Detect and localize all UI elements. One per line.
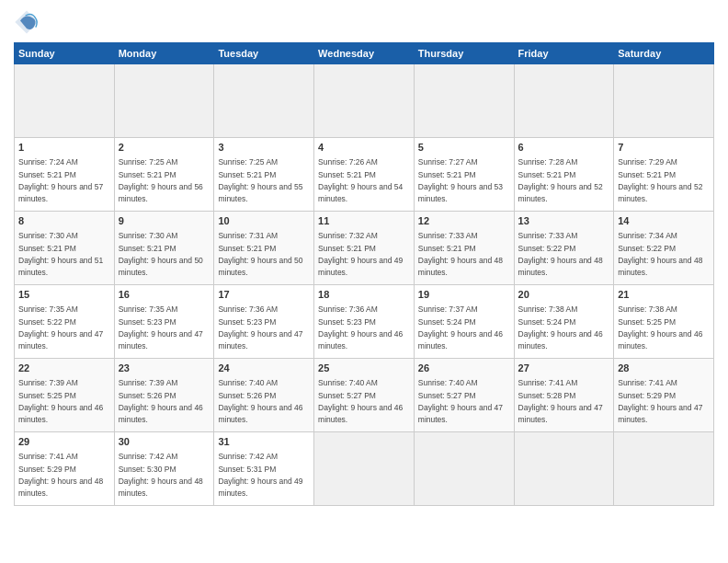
header bbox=[14, 9, 714, 35]
table-row: 1 Sunrise: 7:24 AMSunset: 5:21 PMDayligh… bbox=[15, 138, 115, 212]
col-thursday: Thursday bbox=[414, 43, 514, 64]
day-number: 6 bbox=[518, 141, 610, 155]
day-number: 27 bbox=[518, 362, 610, 375]
day-number: 13 bbox=[518, 214, 610, 228]
table-row bbox=[614, 432, 714, 506]
table-row: 18 Sunrise: 7:36 AMSunset: 5:23 PMDaylig… bbox=[314, 285, 415, 359]
day-info: Sunrise: 7:41 AMSunset: 5:29 PMDaylight:… bbox=[18, 452, 103, 498]
table-row: 22 Sunrise: 7:39 AMSunset: 5:25 PMDaylig… bbox=[15, 359, 115, 432]
table-row: 26 Sunrise: 7:40 AMSunset: 5:27 PMDaylig… bbox=[414, 359, 514, 432]
day-number: 29 bbox=[18, 435, 110, 449]
day-info: Sunrise: 7:40 AMSunset: 5:27 PMDaylight:… bbox=[418, 378, 503, 424]
day-info: Sunrise: 7:38 AMSunset: 5:24 PMDaylight:… bbox=[518, 304, 603, 350]
day-number: 5 bbox=[418, 141, 510, 155]
table-row: 15 Sunrise: 7:35 AMSunset: 5:22 PMDaylig… bbox=[15, 285, 115, 359]
logo bbox=[14, 9, 43, 35]
day-number: 2 bbox=[119, 141, 210, 155]
table-row: 23 Sunrise: 7:39 AMSunset: 5:26 PMDaylig… bbox=[114, 359, 214, 432]
table-row: 16 Sunrise: 7:35 AMSunset: 5:23 PMDaylig… bbox=[114, 285, 214, 359]
table-row: 3 Sunrise: 7:25 AMSunset: 5:21 PMDayligh… bbox=[214, 138, 314, 212]
table-row: 2 Sunrise: 7:25 AMSunset: 5:21 PMDayligh… bbox=[114, 138, 214, 212]
table-row: 12 Sunrise: 7:33 AMSunset: 5:21 PMDaylig… bbox=[414, 212, 514, 285]
day-info: Sunrise: 7:41 AMSunset: 5:29 PMDaylight:… bbox=[618, 378, 702, 424]
table-row bbox=[614, 64, 714, 138]
table-row: 5 Sunrise: 7:27 AMSunset: 5:21 PMDayligh… bbox=[414, 138, 514, 212]
day-number: 22 bbox=[18, 362, 110, 375]
table-row bbox=[314, 64, 415, 138]
table-row bbox=[414, 432, 514, 506]
table-row: 19 Sunrise: 7:37 AMSunset: 5:24 PMDaylig… bbox=[414, 285, 514, 359]
calendar-week-row: 15 Sunrise: 7:35 AMSunset: 5:22 PMDaylig… bbox=[15, 285, 714, 359]
table-row: 6 Sunrise: 7:28 AMSunset: 5:21 PMDayligh… bbox=[514, 138, 614, 212]
day-info: Sunrise: 7:35 AMSunset: 5:23 PMDaylight:… bbox=[119, 304, 203, 350]
table-row: 9 Sunrise: 7:30 AMSunset: 5:21 PMDayligh… bbox=[114, 212, 214, 285]
calendar-header-row: Sunday Monday Tuesday Wednesday Thursday… bbox=[15, 43, 714, 64]
day-number: 18 bbox=[318, 288, 410, 302]
day-info: Sunrise: 7:37 AMSunset: 5:24 PMDaylight:… bbox=[418, 304, 503, 350]
table-row: 14 Sunrise: 7:34 AMSunset: 5:22 PMDaylig… bbox=[614, 212, 714, 285]
day-info: Sunrise: 7:28 AMSunset: 5:21 PMDaylight:… bbox=[518, 157, 603, 203]
day-number: 28 bbox=[618, 362, 710, 375]
day-info: Sunrise: 7:34 AMSunset: 5:22 PMDaylight:… bbox=[618, 231, 702, 277]
table-row bbox=[114, 64, 214, 138]
table-row bbox=[514, 432, 614, 506]
day-number: 20 bbox=[518, 288, 610, 302]
day-number: 25 bbox=[318, 362, 410, 375]
logo-icon bbox=[14, 9, 40, 35]
table-row: 13 Sunrise: 7:33 AMSunset: 5:22 PMDaylig… bbox=[514, 212, 614, 285]
day-number: 3 bbox=[218, 141, 310, 155]
table-row: 29 Sunrise: 7:41 AMSunset: 5:29 PMDaylig… bbox=[15, 432, 115, 506]
day-number: 26 bbox=[418, 362, 510, 375]
table-row: 8 Sunrise: 7:30 AMSunset: 5:21 PMDayligh… bbox=[15, 212, 115, 285]
day-info: Sunrise: 7:29 AMSunset: 5:21 PMDaylight:… bbox=[618, 157, 702, 203]
page: Sunday Monday Tuesday Wednesday Thursday… bbox=[0, 0, 728, 563]
day-number: 15 bbox=[18, 288, 110, 302]
table-row: 30 Sunrise: 7:42 AMSunset: 5:30 PMDaylig… bbox=[114, 432, 214, 506]
day-info: Sunrise: 7:39 AMSunset: 5:26 PMDaylight:… bbox=[119, 378, 203, 424]
day-number: 1 bbox=[18, 141, 110, 155]
day-number: 4 bbox=[318, 141, 410, 155]
day-info: Sunrise: 7:33 AMSunset: 5:21 PMDaylight:… bbox=[418, 231, 503, 277]
table-row bbox=[514, 64, 614, 138]
day-info: Sunrise: 7:30 AMSunset: 5:21 PMDaylight:… bbox=[18, 231, 103, 277]
day-info: Sunrise: 7:27 AMSunset: 5:21 PMDaylight:… bbox=[418, 157, 503, 203]
table-row: 11 Sunrise: 7:32 AMSunset: 5:21 PMDaylig… bbox=[314, 212, 415, 285]
day-number: 11 bbox=[318, 214, 410, 228]
table-row: 4 Sunrise: 7:26 AMSunset: 5:21 PMDayligh… bbox=[314, 138, 415, 212]
table-row: 24 Sunrise: 7:40 AMSunset: 5:26 PMDaylig… bbox=[214, 359, 314, 432]
calendar-week-row: 1 Sunrise: 7:24 AMSunset: 5:21 PMDayligh… bbox=[15, 138, 714, 212]
col-sunday: Sunday bbox=[15, 43, 115, 64]
day-info: Sunrise: 7:38 AMSunset: 5:25 PMDaylight:… bbox=[618, 304, 702, 350]
day-number: 16 bbox=[119, 288, 210, 302]
day-number: 14 bbox=[618, 214, 710, 228]
table-row: 25 Sunrise: 7:40 AMSunset: 5:27 PMDaylig… bbox=[314, 359, 415, 432]
table-row bbox=[15, 64, 115, 138]
table-row: 17 Sunrise: 7:36 AMSunset: 5:23 PMDaylig… bbox=[214, 285, 314, 359]
day-info: Sunrise: 7:36 AMSunset: 5:23 PMDaylight:… bbox=[318, 304, 403, 350]
day-number: 7 bbox=[618, 141, 710, 155]
day-info: Sunrise: 7:40 AMSunset: 5:27 PMDaylight:… bbox=[318, 378, 403, 424]
day-info: Sunrise: 7:33 AMSunset: 5:22 PMDaylight:… bbox=[518, 231, 603, 277]
day-info: Sunrise: 7:39 AMSunset: 5:25 PMDaylight:… bbox=[18, 378, 103, 424]
day-number: 21 bbox=[618, 288, 710, 302]
calendar-week-row bbox=[15, 64, 714, 138]
table-row: 10 Sunrise: 7:31 AMSunset: 5:21 PMDaylig… bbox=[214, 212, 314, 285]
day-info: Sunrise: 7:42 AMSunset: 5:30 PMDaylight:… bbox=[119, 452, 203, 498]
calendar-week-row: 29 Sunrise: 7:41 AMSunset: 5:29 PMDaylig… bbox=[15, 432, 714, 506]
day-number: 9 bbox=[119, 214, 210, 228]
day-info: Sunrise: 7:40 AMSunset: 5:26 PMDaylight:… bbox=[218, 378, 302, 424]
table-row: 31 Sunrise: 7:42 AMSunset: 5:31 PMDaylig… bbox=[214, 432, 314, 506]
day-info: Sunrise: 7:32 AMSunset: 5:21 PMDaylight:… bbox=[318, 231, 403, 277]
col-monday: Monday bbox=[114, 43, 214, 64]
col-friday: Friday bbox=[514, 43, 614, 64]
table-row bbox=[214, 64, 314, 138]
day-number: 24 bbox=[218, 362, 310, 375]
calendar-week-row: 8 Sunrise: 7:30 AMSunset: 5:21 PMDayligh… bbox=[15, 212, 714, 285]
col-tuesday: Tuesday bbox=[214, 43, 314, 64]
day-number: 10 bbox=[218, 214, 310, 228]
day-info: Sunrise: 7:31 AMSunset: 5:21 PMDaylight:… bbox=[218, 231, 302, 277]
table-row: 7 Sunrise: 7:29 AMSunset: 5:21 PMDayligh… bbox=[614, 138, 714, 212]
day-info: Sunrise: 7:36 AMSunset: 5:23 PMDaylight:… bbox=[218, 304, 302, 350]
table-row: 27 Sunrise: 7:41 AMSunset: 5:28 PMDaylig… bbox=[514, 359, 614, 432]
day-info: Sunrise: 7:24 AMSunset: 5:21 PMDaylight:… bbox=[18, 157, 103, 203]
